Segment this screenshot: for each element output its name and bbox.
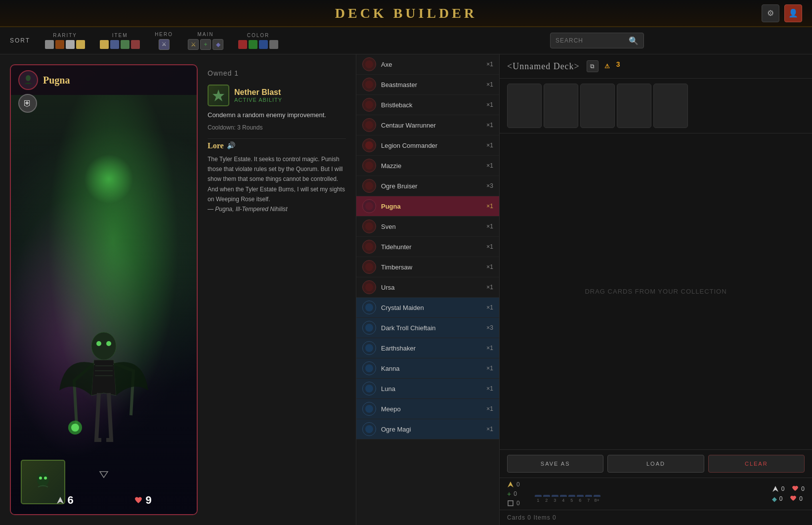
list-item[interactable]: Ogre Bruiser ×3 [356,176,499,196]
card-icon-ogre-magi [362,422,376,436]
health-value: 9 [145,494,151,507]
item-gold-icon[interactable] [100,40,109,49]
color-green-icon[interactable] [249,40,257,49]
mana-bar-fill-7 [585,495,592,497]
main-icon-1[interactable]: ⚔ [188,39,199,50]
svg-point-9 [37,473,49,486]
card-count-beastmaster: ×1 [486,81,493,88]
card-name-luna: Luna [381,385,486,393]
list-item[interactable]: Timbersaw ×1 [356,257,499,277]
main-icon-2[interactable]: + [200,39,211,50]
card-attack-stat: 6 [56,494,73,507]
deck-slot-2[interactable] [544,84,578,128]
deck-panel: <Unnamed Deck> ⧉ ⚠ 3 DRAG CARDS FROM YOU… [499,54,812,525]
mana-bar-fill-8plus [594,495,600,497]
clear-button[interactable]: CLEAR [708,455,805,473]
list-item[interactable]: Ogre Magi ×1 [356,419,499,439]
card-name-kanna: Kanna [381,365,486,372]
card-count-kanna: ×1 [486,365,493,372]
load-button[interactable]: LOAD [607,455,704,473]
item-blue-icon[interactable] [110,40,119,49]
deck-slot-4[interactable] [617,84,651,128]
deck-copy-icon[interactable]: ⧉ [587,60,598,72]
list-item[interactable]: Earthshaker ×1 [356,338,499,358]
sort-button[interactable]: SORT [10,37,30,44]
item-green-icon[interactable] [121,40,129,49]
mana-bar-5: 5 [568,495,575,503]
list-item[interactable]: Meepo ×1 [356,399,499,419]
list-item[interactable]: Tidehunter ×1 [356,237,499,257]
list-item[interactable]: Ursa ×1 [356,277,499,298]
color-gray-icon[interactable] [269,40,278,49]
header: DECK BUILDER ⚙ 👤 [0,0,812,27]
lore-text: The Tyler Estate. It seeks to control ma… [208,154,346,215]
card-icon-ursa [362,280,376,294]
header-icons: ⚙ 👤 [762,4,802,22]
card-icon-tidehunter [362,240,376,254]
list-item[interactable]: Beastmaster ×1 [356,75,499,95]
card-art [11,95,197,514]
svg-point-8 [71,424,79,432]
mana-bar-1: 1 [535,495,542,503]
card-icon-crystal-maiden [362,301,376,314]
list-item[interactable]: Mazzie ×1 [356,156,499,176]
card-detail-panel: Pugna [0,54,356,525]
settings-button[interactable]: ⚙ [762,4,779,22]
mana-count-stat: ◆ 0 0 [772,495,805,503]
red-section: Axe ×1 Beastmaster ×1 Bristleback ×1 [356,54,499,298]
rarity-rare-icon[interactable] [66,40,75,49]
hero-filter-icon[interactable]: ⚔ [159,39,170,50]
card-count-centaur: ×1 [486,122,493,129]
list-item[interactable]: Crystal Maiden ×1 [356,298,499,318]
helm-icon: ⛨ [18,94,37,113]
svg-point-2 [96,341,101,346]
card-name-beastmaster: Beastmaster [381,81,486,88]
card-icon-sven [362,219,376,233]
main-icon-3[interactable]: ◆ [213,39,223,50]
save-as-button[interactable]: SAVE AS [507,455,603,473]
lore-audio-icon[interactable]: 🔊 [227,141,235,150]
health-count-value2: 0 [799,495,803,502]
profile-button[interactable]: 👤 [784,4,802,22]
card-icon-pugna [362,199,376,213]
card-count-sven: ×1 [486,223,493,230]
mana-bar-7: 7 [585,495,592,503]
list-item[interactable]: Sven ×1 [356,217,499,237]
list-item[interactable]: Axe ×1 [356,54,499,75]
card-count-earthshaker: ×1 [486,345,493,351]
list-item-selected[interactable]: Pugna ×1 [356,196,499,217]
search-box: 🔍 [550,33,644,48]
list-item[interactable]: Bristleback ×1 [356,95,499,115]
deck-slots [500,79,812,133]
search-input[interactable] [556,37,625,44]
rarity-common-icon[interactable] [45,40,54,49]
mana-diamond-icon: ◆ [772,495,777,503]
pugna-svg [54,316,153,484]
card-icon-beastmaster [362,78,376,91]
list-item[interactable]: Legion Commander ×1 [356,135,499,156]
svg-point-32 [365,425,373,433]
deck-slot-1[interactable] [507,84,542,128]
card-icon-earthshaker [362,341,376,355]
list-item[interactable]: Kanna ×1 [356,358,499,379]
rarity-filter: RARITY [45,33,85,49]
rarity-mythic-icon[interactable] [76,40,85,49]
list-item[interactable]: Centaur Warrunner ×1 [356,115,499,135]
svg-point-15 [365,81,373,88]
svg-point-10 [39,477,42,480]
color-blue-icon[interactable] [259,40,268,49]
card-list-panel[interactable]: Axe ×1 Beastmaster ×1 Bristleback ×1 [356,54,499,525]
card-name-earthshaker: Earthshaker [381,345,486,352]
card-name: Pugna [43,75,70,86]
attack-count-stat: 0 0 [772,485,805,493]
app-title: DECK BUILDER [335,5,477,21]
deck-slot-3[interactable] [580,84,615,128]
svg-point-30 [365,385,373,393]
deck-slot-5[interactable] [653,84,688,128]
color-red-icon[interactable] [238,40,247,49]
item-red-icon[interactable] [131,40,140,49]
rarity-uncommon-icon[interactable] [55,40,64,49]
card-count-ogre-bruiser: ×3 [486,182,493,189]
list-item[interactable]: Dark Troll Chieftain ×3 [356,318,499,338]
list-item[interactable]: Luna ×1 [356,379,499,399]
